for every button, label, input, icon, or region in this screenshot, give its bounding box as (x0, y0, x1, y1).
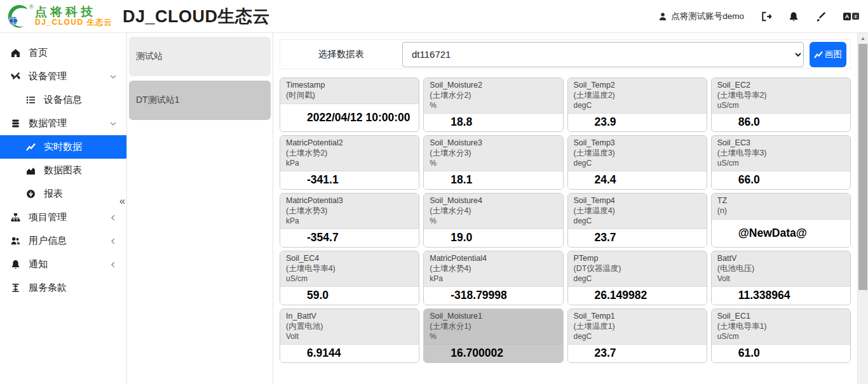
data-card[interactable]: Soil_Moisture2(土壤水分2)%18.8 (423, 77, 563, 132)
card-field-cn: (n) (717, 206, 844, 216)
card-value: 86.0 (712, 114, 850, 131)
data-card[interactable]: In_BattV(内置电池)Volt6.9144 (280, 308, 419, 363)
sidebar-item[interactable]: 实时数据 (0, 135, 126, 159)
card-value: 23.7 (568, 345, 707, 362)
data-card[interactable]: Soil_Moisture1(土壤水分1)%16.700002 (423, 308, 563, 363)
brand-name: 点将科技 (35, 6, 112, 18)
card-header: Soil_Moisture2(土壤水分2)% (424, 78, 562, 114)
data-card[interactable]: MatricPotential3(土壤水势3)kPa-354.7 (280, 193, 419, 248)
card-header: Soil_Temp1(土壤温度1)degC (568, 309, 707, 345)
translate-icon[interactable]: Az (843, 13, 859, 20)
card-field-unit: % (430, 332, 557, 341)
data-card[interactable]: TZ(n)@NewData@ (711, 193, 851, 248)
sign-out-icon[interactable] (761, 11, 771, 22)
card-field-cn: (土壤电导率3) (717, 149, 844, 159)
data-card[interactable]: BattV(电池电压)Volt11.338964 (711, 251, 851, 305)
sidebar-item[interactable]: 项目管理 (0, 206, 126, 229)
card-header: Soil_EC4(土壤电导率4)uS/cm (280, 251, 419, 287)
data-card[interactable]: Soil_EC1(土壤电导率1)uS/cm61.0 (711, 308, 851, 363)
card-header: Timestamp(时间戳) (280, 78, 419, 104)
sidebar-item[interactable]: 服务条款 (0, 276, 126, 300)
sidebar-item[interactable]: 数据图表 (0, 159, 126, 182)
card-field-cn: (内置电池) (286, 322, 413, 332)
sidebar-item-label: 数据管理 (29, 117, 67, 129)
draw-chart-button[interactable]: 画图 (810, 42, 846, 67)
scrollbar-up-arrow[interactable]: ▲ (858, 33, 868, 44)
home-icon (11, 48, 22, 58)
sidebar-item[interactable]: 首页 (0, 41, 126, 65)
chevron-left-icon (109, 237, 117, 245)
data-card[interactable]: Soil_Moisture4(土壤水分4)%19.0 (423, 193, 563, 248)
card-value: 19.0 (424, 229, 562, 247)
user-account[interactable]: 点将测试账号demo (658, 11, 744, 22)
card-field-name: Soil_EC3 (717, 138, 844, 149)
sidebar-item[interactable]: 报表 (0, 182, 126, 206)
data-card[interactable]: Soil_EC4(土壤电导率4)uS/cm59.0 (280, 251, 419, 305)
database-icon (11, 119, 22, 128)
card-field-name: Soil_Moisture4 (430, 196, 557, 206)
card-value: 61.0 (712, 345, 850, 362)
data-card[interactable]: Soil_Temp3(土壤温度3)degC24.4 (567, 135, 707, 190)
card-field-name: Soil_Moisture2 (430, 81, 557, 91)
card-field-unit: degC (574, 332, 701, 341)
station-item[interactable]: 测试站 (129, 37, 271, 76)
registered-mark: ® (29, 4, 34, 10)
card-value: 16.700002 (424, 345, 562, 362)
card-value: 2022/04/12 10:00:00 (280, 104, 419, 132)
sidebar-item[interactable]: 设备管理 (0, 65, 126, 88)
sidebar-item[interactable]: 用户信息 (0, 229, 126, 253)
card-field-name: Soil_EC4 (286, 254, 413, 264)
data-card[interactable]: Soil_Temp4(土壤温度4)degC23.7 (567, 193, 707, 248)
card-header: MatricPotential3(土壤水势3)kPa (280, 194, 419, 229)
station-item[interactable]: DT测试站1 (129, 81, 271, 120)
header-actions: 点将测试账号demo Az (658, 11, 859, 22)
data-card[interactable]: Soil_Temp2(土壤温度2)degC23.9 (567, 77, 707, 132)
card-field-unit: uS/cm (286, 274, 413, 284)
card-value: -341.1 (280, 171, 419, 189)
brand-logo-icon (5, 3, 32, 30)
card-field-name: Soil_Temp1 (574, 312, 701, 322)
card-field-cn: (土壤电导率2) (717, 91, 844, 101)
bell-icon[interactable] (789, 11, 799, 22)
users-gear-icon (11, 236, 22, 246)
card-field-cn: (土壤水分1) (430, 322, 557, 332)
data-card[interactable]: Soil_Moisture3(土壤水分3)%18.1 (423, 135, 563, 190)
sidebar-item-label: 设备信息 (44, 94, 82, 106)
card-field-cn: (土壤温度4) (574, 206, 701, 216)
datatable-select[interactable]: dt116721 (402, 42, 804, 67)
card-value: 23.7 (568, 229, 707, 247)
data-card[interactable]: Soil_EC2(土壤电导率2)uS/cm86.0 (711, 77, 851, 132)
card-header: Soil_Temp4(土壤温度4)degC (568, 194, 707, 229)
data-card[interactable]: PTemp(DT仪器温度)degC26.149982 (567, 251, 707, 305)
card-value: 26.149982 (568, 287, 707, 305)
data-card[interactable]: MatricPotential2(土壤水势2)kPa-341.1 (280, 135, 419, 190)
data-card[interactable]: Timestamp(时间戳)2022/04/12 10:00:00 (280, 77, 419, 132)
chevron-down-icon (109, 120, 117, 128)
card-field-unit: kPa (286, 216, 413, 226)
card-field-unit: Volt (717, 274, 844, 284)
card-value: @NewData@ (712, 220, 850, 248)
data-card[interactable]: MatricPotential4(土壤水势4)kPa-318.79998 (423, 251, 563, 305)
card-field-unit: degC (574, 101, 701, 110)
sidebar-item-label: 数据图表 (44, 164, 82, 176)
sidebar-item-label: 服务条款 (29, 282, 67, 294)
sidebar-item[interactable]: 设备信息 (0, 88, 126, 112)
station-name: 测试站 (136, 51, 163, 62)
scrollbar-thumb[interactable] (858, 44, 867, 290)
sidebar-item[interactable]: 数据管理 (0, 112, 126, 135)
card-field-name: Soil_EC2 (717, 81, 844, 91)
data-card[interactable]: Soil_EC3(土壤电导率3)uS/cm66.0 (711, 135, 851, 190)
sidebar-collapse-icon[interactable]: « (119, 196, 125, 206)
card-field-unit: % (430, 101, 557, 110)
card-field-cn: (DT仪器温度) (574, 264, 701, 274)
card-field-cn: (土壤水分4) (430, 206, 557, 216)
sitemap-icon (11, 213, 22, 222)
card-field-cn: (土壤水分3) (430, 149, 557, 159)
sidebar-item[interactable]: 通知 (0, 253, 126, 276)
brand-logo[interactable]: ® 点将科技 DJ_CLOUD 生态云 (5, 3, 112, 30)
card-header: MatricPotential4(土壤水势4)kPa (424, 251, 562, 287)
data-card[interactable]: Soil_Temp1(土壤温度1)degC23.7 (567, 308, 707, 363)
brush-icon[interactable] (816, 11, 826, 22)
card-header: Soil_Moisture1(土壤水分1)% (424, 309, 562, 345)
vertical-scrollbar[interactable]: ▲ (857, 33, 868, 384)
